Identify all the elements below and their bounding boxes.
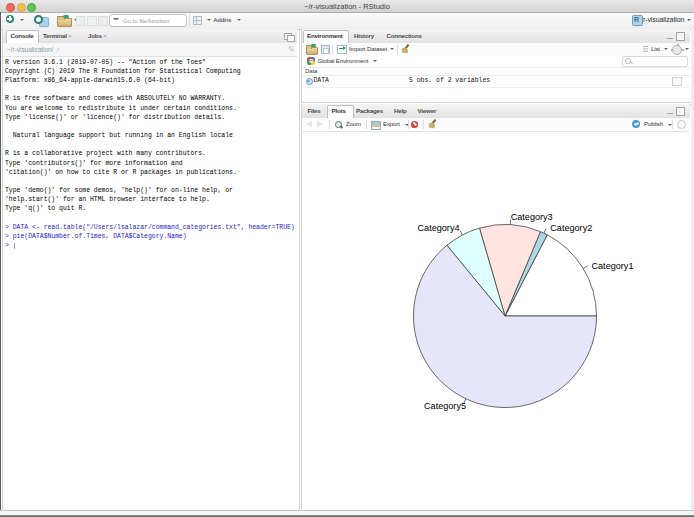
svg-text:Category3: Category3 xyxy=(511,212,553,222)
svg-text:Category4: Category4 xyxy=(418,223,460,233)
svg-text:Category5: Category5 xyxy=(424,401,466,411)
svg-text:Category2: Category2 xyxy=(550,223,592,233)
svg-text:Category1: Category1 xyxy=(592,261,634,271)
